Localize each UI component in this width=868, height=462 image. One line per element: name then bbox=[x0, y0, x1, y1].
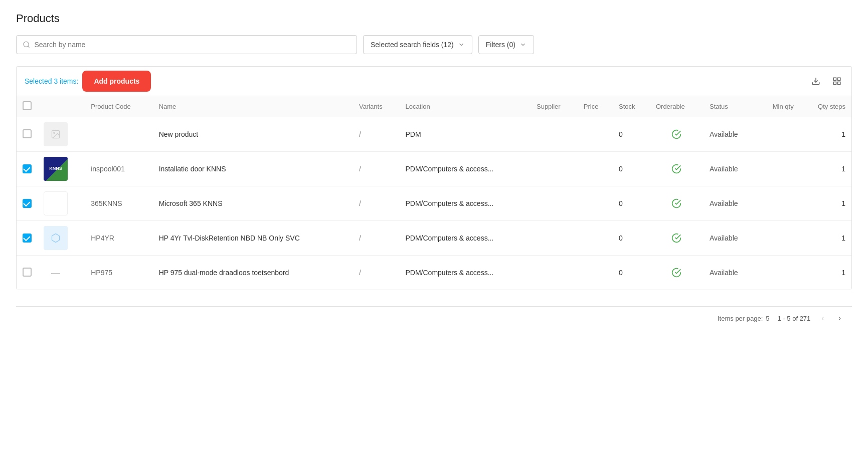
products-table-container: Product Code Name Variants Location Supp… bbox=[16, 96, 852, 290]
product-thumb-knns: KNNS bbox=[44, 157, 68, 181]
row-status: Available bbox=[704, 186, 756, 221]
row-name[interactable]: Microsoft 365 KNNS bbox=[153, 186, 353, 221]
header-orderable[interactable]: Orderable bbox=[650, 96, 704, 117]
row-min-qty bbox=[756, 152, 799, 186]
row-status: Available bbox=[704, 221, 756, 256]
search-icon bbox=[23, 41, 30, 49]
row-supplier bbox=[531, 117, 578, 152]
grid-view-icon-button[interactable] bbox=[830, 75, 843, 88]
grid-icon bbox=[832, 77, 841, 86]
row-thumb-cell: KNNS bbox=[38, 152, 85, 186]
selection-text: Selected 3 items: bbox=[25, 77, 78, 85]
row-price bbox=[578, 152, 613, 186]
row-thumb-cell: — bbox=[38, 256, 85, 290]
row-name[interactable]: HP 4Yr Tvl-DiskRetention NBD NB Only SVC bbox=[153, 221, 353, 256]
items-per-page-value: 5 bbox=[766, 315, 769, 322]
add-products-button[interactable]: Add products bbox=[84, 73, 149, 90]
row-product-code: HP975 bbox=[85, 256, 152, 290]
header-variants[interactable]: Variants bbox=[353, 96, 400, 117]
svg-rect-6 bbox=[838, 82, 840, 85]
svg-rect-4 bbox=[838, 78, 840, 80]
row-product-code: HP4YR bbox=[85, 221, 152, 256]
row-price bbox=[578, 256, 613, 290]
orderable-check-icon bbox=[656, 233, 698, 243]
svg-rect-3 bbox=[833, 78, 836, 80]
next-page-button[interactable]: › bbox=[835, 313, 844, 324]
row-variants: / bbox=[353, 186, 400, 221]
row-location: PDM/Computers & access... bbox=[400, 256, 531, 290]
header-stock[interactable]: Stock bbox=[613, 96, 650, 117]
row-location: PDM/Computers & access... bbox=[400, 186, 531, 221]
row-qty-steps: 1 bbox=[800, 186, 851, 221]
row-orderable bbox=[650, 256, 704, 290]
row-qty-steps: 1 bbox=[800, 152, 851, 186]
table-row: New product / PDM 0 Available 1 bbox=[17, 117, 851, 152]
row-min-qty bbox=[756, 256, 799, 290]
select-all-checkbox[interactable] bbox=[23, 101, 32, 110]
filters-dropdown[interactable]: Filters (0) bbox=[478, 35, 534, 54]
row-checkbox[interactable] bbox=[23, 234, 32, 243]
orderable-check-icon bbox=[656, 198, 698, 208]
row-checkbox[interactable] bbox=[23, 268, 32, 277]
product-thumb-blue bbox=[44, 226, 68, 250]
svg-line-1 bbox=[28, 46, 30, 48]
row-variants: / bbox=[353, 256, 400, 290]
download-icon-button[interactable] bbox=[809, 75, 822, 88]
header-name[interactable]: Name bbox=[153, 96, 353, 117]
product-thumb-microsoft bbox=[44, 191, 68, 215]
row-stock: 0 bbox=[613, 117, 650, 152]
selection-bar: Selected 3 items: Add products bbox=[16, 66, 852, 96]
row-checkbox-cell[interactable] bbox=[17, 152, 38, 186]
row-variants: / bbox=[353, 152, 400, 186]
row-supplier bbox=[531, 152, 578, 186]
table-row: HP4YR HP 4Yr Tvl-DiskRetention NBD NB On… bbox=[17, 221, 851, 256]
header-price[interactable]: Price bbox=[578, 96, 613, 117]
header-location[interactable]: Location bbox=[400, 96, 531, 117]
row-price bbox=[578, 221, 613, 256]
page-info: 1 - 5 of 271 bbox=[778, 315, 811, 322]
row-checkbox[interactable] bbox=[23, 164, 32, 173]
search-input[interactable] bbox=[34, 41, 351, 49]
row-thumb-cell bbox=[38, 186, 85, 221]
table-header-row: Product Code Name Variants Location Supp… bbox=[17, 96, 851, 117]
header-qty-steps[interactable]: Qty steps bbox=[800, 96, 851, 117]
row-checkbox-cell[interactable] bbox=[17, 221, 38, 256]
header-checkbox-cell[interactable] bbox=[17, 96, 38, 117]
table-row: KNNS inspool001 Installatie door KNNS / … bbox=[17, 152, 851, 186]
download-icon bbox=[811, 77, 820, 86]
row-location: PDM/Computers & access... bbox=[400, 221, 531, 256]
search-box[interactable] bbox=[16, 35, 357, 54]
header-status[interactable]: Status bbox=[704, 96, 756, 117]
orderable-check-icon bbox=[656, 164, 698, 174]
row-product-code bbox=[85, 117, 152, 152]
row-stock: 0 bbox=[613, 221, 650, 256]
row-name[interactable]: New product bbox=[153, 117, 353, 152]
toolbar: Selected search fields (12) Filters (0) bbox=[16, 35, 852, 54]
prev-page-button[interactable]: ‹ bbox=[818, 313, 827, 324]
row-min-qty bbox=[756, 186, 799, 221]
orderable-check-icon bbox=[656, 268, 698, 278]
row-variants: / bbox=[353, 221, 400, 256]
header-supplier[interactable]: Supplier bbox=[531, 96, 578, 117]
row-checkbox-cell[interactable] bbox=[17, 117, 38, 152]
items-per-page-label: Items per page: bbox=[718, 315, 763, 322]
row-product-code: 365KNNS bbox=[85, 186, 152, 221]
row-price bbox=[578, 186, 613, 221]
header-min-qty[interactable]: Min qty bbox=[756, 96, 799, 117]
row-checkbox[interactable] bbox=[23, 199, 32, 208]
table-row: 365KNNS Microsoft 365 KNNS / PDM/Compute… bbox=[17, 186, 851, 221]
row-name[interactable]: HP 975 dual-mode draadloos toetsenbord bbox=[153, 256, 353, 290]
search-fields-dropdown[interactable]: Selected search fields (12) bbox=[363, 35, 472, 54]
row-status: Available bbox=[704, 117, 756, 152]
row-status: Available bbox=[704, 152, 756, 186]
row-name[interactable]: Installatie door KNNS bbox=[153, 152, 353, 186]
header-product-code[interactable]: Product Code bbox=[85, 96, 152, 117]
row-checkbox[interactable] bbox=[23, 129, 32, 138]
row-location: PDM/Computers & access... bbox=[400, 152, 531, 186]
header-thumb bbox=[38, 96, 85, 117]
row-checkbox-cell[interactable] bbox=[17, 256, 38, 290]
chevron-down-icon bbox=[458, 41, 465, 48]
row-supplier bbox=[531, 221, 578, 256]
row-checkbox-cell[interactable] bbox=[17, 186, 38, 221]
row-qty-steps: 1 bbox=[800, 256, 851, 290]
